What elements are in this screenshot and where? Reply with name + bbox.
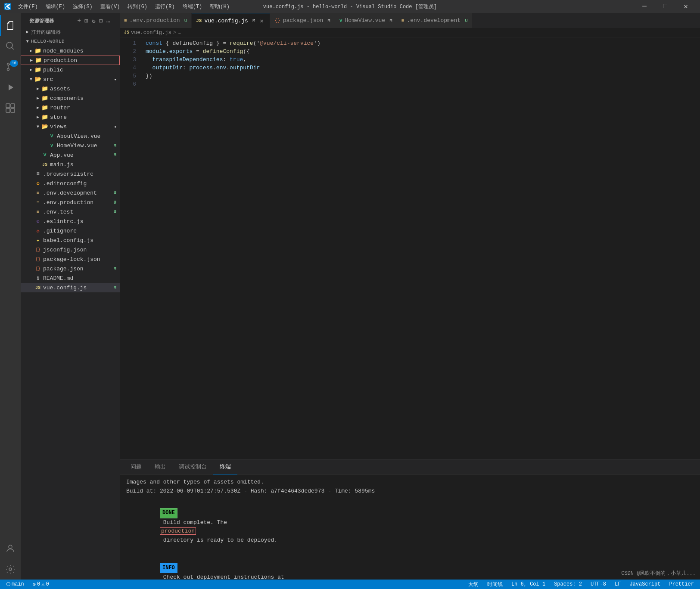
more-actions-icon[interactable]: … [106,16,111,25]
views-dot: ● [114,125,120,129]
sidebar-header-actions[interactable]: + ⊞ ↻ ⊟ … [76,16,111,25]
svg-point-0 [7,68,9,71]
branch-name: main [12,581,24,587]
jsconfig-label: jsconfig.json [43,247,120,253]
tab-env-production[interactable]: ≡ .env.production U [120,13,192,28]
env-prod-tab-badge: U [184,18,187,23]
tree-item-env-test[interactable]: ▶ ≡ .env.test U [21,207,120,217]
maximize-button[interactable]: □ [655,0,675,13]
menu-help[interactable]: 帮助(H) [206,2,233,11]
window-controls[interactable]: ─ □ ✕ [635,0,696,13]
panel-tab-debug[interactable]: 调试控制台 [172,459,213,474]
formatter-label: Prettier [669,581,694,587]
activity-bar: 16 [0,13,21,580]
status-errors[interactable]: ⊗ 0 ⚠ 0 [31,580,51,589]
status-spaces[interactable]: Spaces: 2 [552,580,584,589]
tab-env-development[interactable]: ≡ .env.development U [397,13,473,28]
code-content[interactable]: const { defineConfig } = require('@vue/c… [141,37,700,459]
status-eol[interactable]: LF [613,580,622,589]
tree-item-package-lock[interactable]: ▶ {} package-lock.json [21,254,120,264]
status-outline[interactable]: 大纲 [467,580,480,589]
tree-item-production[interactable]: ▶ 📁 production [21,56,120,65]
panel-tab-problems[interactable]: 问题 [124,459,148,474]
tree-item-vue-config[interactable]: ▶ JS vue.config.js M [21,283,120,292]
tab-homeview[interactable]: V HomeView.vue M [335,13,397,28]
store-folder-icon: 📁 [41,114,48,121]
tab-package-json[interactable]: {} package.json M [270,13,335,28]
activity-run[interactable] [0,77,21,98]
tree-item-readme[interactable]: ▶ ℹ README.md [21,273,120,283]
env-prod-icon: ≡ [34,199,41,206]
tree-item-public[interactable]: ▶ 📁 public [21,65,120,74]
public-folder-icon: 📁 [34,66,41,73]
readme-label: README.md [43,275,120,282]
timeline-label: 时间线 [487,581,503,588]
status-language[interactable]: JavaScript [628,580,662,589]
project-root[interactable]: ▼ HELLO-WORLD [21,37,120,46]
done-text: Build complete. The [160,519,230,526]
new-file-icon[interactable]: + [76,16,82,25]
tab-vue-config[interactable]: JS vue.config.js M ✕ [192,13,270,28]
tree-item-package-json[interactable]: ▶ {} package.json M [21,264,120,273]
activity-source-control[interactable]: 16 [0,56,21,77]
status-cursor[interactable]: Ln 6, Col 1 [510,580,547,589]
code-line-3: transpileDependencies: true, [146,56,700,64]
status-encoding[interactable]: UTF-8 [589,580,608,589]
menu-goto[interactable]: 转到(G) [124,2,151,11]
tree-item-assets[interactable]: ▶ 📁 assets [21,84,120,93]
tree-item-views[interactable]: ▼ 📂 views ● [21,122,120,131]
menu-terminal[interactable]: 终端(T) [179,2,206,11]
router-label: router [50,105,120,111]
panel-tab-terminal[interactable]: 终端 [213,459,237,474]
activity-settings[interactable] [0,559,21,580]
tree-item-store[interactable]: ▶ 📁 store [21,112,120,122]
tree-item-browserslistrc[interactable]: ▶ ≡ .browserslistrc [21,169,120,179]
readme-icon: ℹ [34,275,41,282]
menu-select[interactable]: 选择(S) [69,2,96,11]
panel-tab-output[interactable]: 输出 [148,459,172,474]
tree-item-homeview[interactable]: ▶ V HomeView.vue M [21,141,120,150]
tree-item-env-development[interactable]: ▶ ≡ .env.development U [21,188,120,198]
tree-item-aboutview[interactable]: ▶ V AboutView.vue [21,131,120,141]
refresh-icon[interactable]: ↻ [91,16,96,25]
menu-edit[interactable]: 编辑(E) [42,2,69,11]
activity-explorer[interactable] [0,15,21,36]
tree-item-babel[interactable]: ▶ ✦ babel.config.js [21,236,120,245]
activity-account[interactable] [0,538,21,559]
tree-item-env-production[interactable]: ▶ ≡ .env.production U [21,198,120,207]
tree-item-router[interactable]: ▶ 📁 router [21,103,120,112]
code-editor[interactable]: 1 2 3 4 5 6 const { defineConfig } = req… [120,37,700,459]
menu-run[interactable]: 运行(R) [152,2,178,11]
status-branch[interactable]: ⎔ main [4,580,26,589]
tree-item-jsconfig[interactable]: ▶ {} jsconfig.json [21,245,120,254]
tree-item-components[interactable]: ▶ 📁 components [21,93,120,103]
collapse-icon[interactable]: ⊟ [98,16,104,25]
tree-item-appvue[interactable]: ▶ V App.vue M [21,150,120,160]
homeview-tab-label: HomeView.vue [345,17,386,24]
tree-item-gitignore[interactable]: ▶ ◇ .gitignore [21,226,120,236]
vue-config-tab-close[interactable]: ✕ [258,17,265,25]
tree-item-mainjs[interactable]: ▶ JS main.js [21,160,120,169]
editorconfig-label: .editorconfig [43,180,120,187]
activity-search[interactable] [0,36,21,56]
gitignore-label: .gitignore [43,228,120,234]
status-timeline[interactable]: 时间线 [485,580,504,589]
done-text-2: directory is ready to be deployed. [160,537,277,543]
terminal-line-done: DONE Build complete. The production dire… [126,499,694,554]
tree-item-node-modules[interactable]: ▶ 📁 node_modules [21,46,120,56]
panel-content[interactable]: Images and other types of assets omitted… [120,474,700,580]
tree-item-editorconfig[interactable]: ▶ ⚙ .editorconfig [21,179,120,188]
status-formatter[interactable]: Prettier [667,580,696,589]
tree-item-eslintrc[interactable]: ▶ ⊙ .eslintrc.js [21,217,120,226]
tree-item-src[interactable]: ▼ 📂 src ● [21,74,120,84]
tab-bar: ≡ .env.production U JS vue.config.js M ✕… [120,13,700,28]
new-folder-icon[interactable]: ⊞ [84,16,89,25]
menu-bar[interactable]: 文件(F) 编辑(E) 选择(S) 查看(V) 转到(G) 运行(R) 终端(T… [15,2,233,11]
menu-view[interactable]: 查看(V) [97,2,124,11]
close-button[interactable]: ✕ [676,0,696,13]
activity-extensions[interactable] [0,98,21,118]
open-editors-section[interactable]: ▶ 打开的编辑器 [21,27,120,37]
minimize-button[interactable]: ─ [635,0,654,13]
svg-point-8 [9,568,12,570]
menu-file[interactable]: 文件(F) [15,2,41,11]
